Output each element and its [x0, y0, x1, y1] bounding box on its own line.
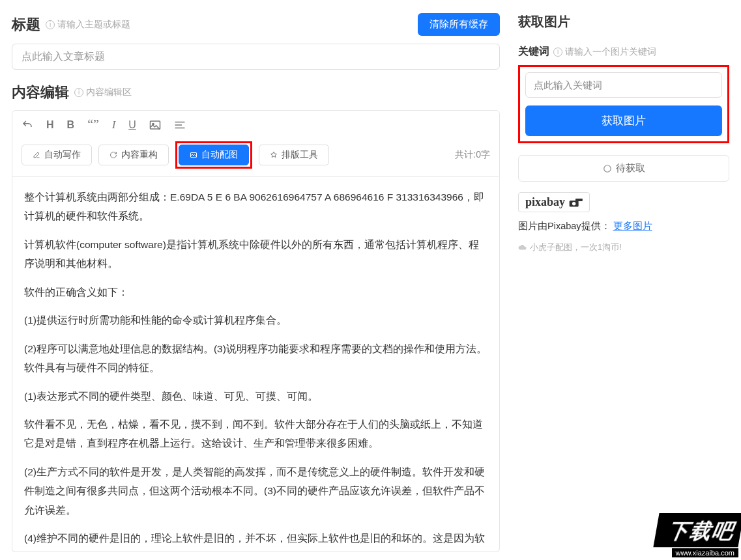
info-icon: i — [553, 48, 562, 57]
title-heading: 标题 — [12, 15, 40, 35]
svg-point-8 — [572, 202, 575, 205]
auto-write-button[interactable]: 自动写作 — [22, 145, 92, 165]
keyword-hint: i 请输入一个图片关键词 — [553, 46, 656, 58]
content-rebuild-button[interactable]: 内容重构 — [98, 145, 169, 165]
paragraph: 整个计算机系统由两部分组成：E.69DA 5 E 6 BA 9062616964… — [24, 188, 487, 226]
clear-cache-button[interactable]: 清除所有缓存 — [418, 13, 500, 36]
article-title-input[interactable] — [12, 44, 500, 70]
bold-icon[interactable]: B — [67, 119, 75, 131]
editor-toolbar: H B “” I U 自动写作 内容重构 — [12, 110, 500, 177]
image-icon[interactable] — [149, 120, 161, 130]
paragraph: 计算机软件(computer software)是指计算机系统中除硬件以外的所有… — [24, 235, 487, 273]
align-icon[interactable] — [174, 120, 186, 130]
info-icon: i — [74, 88, 83, 97]
highlight-auto-image: 自动配图 — [175, 141, 252, 169]
underline-icon[interactable]: U — [128, 119, 136, 131]
sidebar-heading: 获取图片 — [518, 13, 729, 31]
cloud-icon — [518, 243, 527, 252]
editor-content[interactable]: 整个计算机系统由两部分组成：E.69DA 5 E 6 BA 9062616964… — [12, 177, 500, 552]
pending-status: 待获取 — [518, 155, 729, 182]
italic-icon[interactable]: I — [112, 119, 115, 131]
editor-header: 内容编辑 i 内容编辑区 — [12, 83, 500, 102]
svg-rect-9 — [575, 199, 583, 201]
provided-by-row: 图片由Pixabay提供： 更多图片 — [518, 220, 729, 232]
paragraph: (4)维护不同的硬件是旧的，理论上软件是旧的，并不坏，但实际上软件也是旧的和坏的… — [24, 529, 487, 552]
keyword-label: 关键词 — [518, 45, 549, 59]
keyword-label-row: 关键词 i 请输入一个图片关键词 — [518, 45, 729, 59]
pixabay-badge: pixabay — [518, 192, 590, 212]
paragraph: 软件的正确含义如下： — [24, 283, 487, 301]
circle-icon — [603, 164, 612, 173]
paragraph: 软件看不见，无色，枯燥，看不见，摸不到，闻不到。软件大部分存在于人们的头脑或纸上… — [24, 415, 487, 453]
paragraph: (1)表达形式不同的硬件类型、颜色、味道、可见、可摸、可闻。 — [24, 387, 487, 406]
title-hint: i 请输入主题或标题 — [46, 19, 130, 31]
keyword-input[interactable] — [525, 72, 722, 98]
editor-hint: i 内容编辑区 — [74, 87, 132, 98]
info-icon: i — [46, 20, 55, 29]
paragraph: (2)生产方式不同的软件是开发，是人类智能的高发挥，而不是传统意义上的硬件制造。… — [24, 462, 487, 520]
layout-tool-button[interactable]: 排版工具 — [259, 145, 329, 165]
tip-row: 小虎子配图，一次1淘币! — [518, 242, 729, 253]
get-image-button[interactable]: 获取图片 — [525, 105, 722, 136]
paragraph: (2)程序可以满意地处理信息的数据结构。(3)说明程序功能要求和程序需要的文档的… — [24, 339, 487, 378]
camera-icon — [568, 195, 583, 208]
editor-heading: 内容编辑 — [12, 83, 69, 102]
auto-image-button[interactable]: 自动配图 — [179, 145, 249, 165]
undo-icon[interactable] — [22, 119, 33, 131]
title-header: 标题 i 请输入主题或标题 清除所有缓存 — [12, 13, 500, 36]
svg-point-6 — [603, 165, 611, 172]
quote-icon[interactable]: “” — [87, 117, 99, 132]
more-images-link[interactable]: 更多图片 — [613, 221, 652, 231]
watermark-url: www.xiazaiba.com — [672, 548, 738, 557]
watermark-logo: 下载吧 — [653, 513, 741, 547]
highlight-keyword-box: 获取图片 — [518, 65, 729, 143]
heading-icon[interactable]: H — [46, 119, 54, 131]
paragraph: (1)提供运行时所需功能和性能的命令或计算机程序集合。 — [24, 311, 487, 329]
word-counter: 共计:0字 — [455, 149, 490, 161]
